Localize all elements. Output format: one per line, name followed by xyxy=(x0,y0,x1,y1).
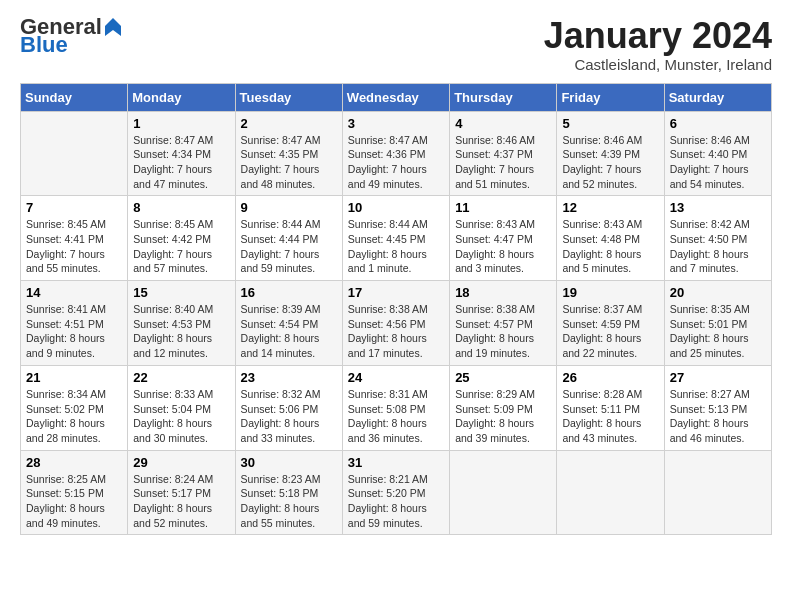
weekday-header-saturday: Saturday xyxy=(664,83,771,111)
day-number: 28 xyxy=(26,455,122,470)
day-detail: Sunrise: 8:34 AMSunset: 5:02 PMDaylight:… xyxy=(26,387,122,446)
day-number: 12 xyxy=(562,200,658,215)
day-number: 14 xyxy=(26,285,122,300)
day-number: 30 xyxy=(241,455,337,470)
logo-blue-text: Blue xyxy=(20,34,68,56)
calendar-cell: 3Sunrise: 8:47 AMSunset: 4:36 PMDaylight… xyxy=(342,111,449,196)
calendar-cell: 1Sunrise: 8:47 AMSunset: 4:34 PMDaylight… xyxy=(128,111,235,196)
day-number: 16 xyxy=(241,285,337,300)
logo-icon xyxy=(104,16,122,38)
calendar-cell: 17Sunrise: 8:38 AMSunset: 4:56 PMDayligh… xyxy=(342,281,449,366)
weekday-header-sunday: Sunday xyxy=(21,83,128,111)
day-detail: Sunrise: 8:45 AMSunset: 4:42 PMDaylight:… xyxy=(133,217,229,276)
day-detail: Sunrise: 8:46 AMSunset: 4:37 PMDaylight:… xyxy=(455,133,551,192)
weekday-header-wednesday: Wednesday xyxy=(342,83,449,111)
day-detail: Sunrise: 8:32 AMSunset: 5:06 PMDaylight:… xyxy=(241,387,337,446)
day-number: 25 xyxy=(455,370,551,385)
calendar-cell: 26Sunrise: 8:28 AMSunset: 5:11 PMDayligh… xyxy=(557,365,664,450)
day-number: 1 xyxy=(133,116,229,131)
calendar-cell: 9Sunrise: 8:44 AMSunset: 4:44 PMDaylight… xyxy=(235,196,342,281)
calendar-cell: 31Sunrise: 8:21 AMSunset: 5:20 PMDayligh… xyxy=(342,450,449,535)
title-block: January 2024 Castleisland, Munster, Irel… xyxy=(544,16,772,73)
calendar-cell xyxy=(450,450,557,535)
day-detail: Sunrise: 8:25 AMSunset: 5:15 PMDaylight:… xyxy=(26,472,122,531)
day-number: 20 xyxy=(670,285,766,300)
calendar-cell: 30Sunrise: 8:23 AMSunset: 5:18 PMDayligh… xyxy=(235,450,342,535)
calendar-cell: 29Sunrise: 8:24 AMSunset: 5:17 PMDayligh… xyxy=(128,450,235,535)
day-detail: Sunrise: 8:33 AMSunset: 5:04 PMDaylight:… xyxy=(133,387,229,446)
calendar-cell: 27Sunrise: 8:27 AMSunset: 5:13 PMDayligh… xyxy=(664,365,771,450)
day-detail: Sunrise: 8:45 AMSunset: 4:41 PMDaylight:… xyxy=(26,217,122,276)
day-number: 13 xyxy=(670,200,766,215)
calendar-cell: 25Sunrise: 8:29 AMSunset: 5:09 PMDayligh… xyxy=(450,365,557,450)
day-number: 24 xyxy=(348,370,444,385)
day-detail: Sunrise: 8:41 AMSunset: 4:51 PMDaylight:… xyxy=(26,302,122,361)
day-number: 21 xyxy=(26,370,122,385)
day-detail: Sunrise: 8:43 AMSunset: 4:47 PMDaylight:… xyxy=(455,217,551,276)
calendar-cell: 19Sunrise: 8:37 AMSunset: 4:59 PMDayligh… xyxy=(557,281,664,366)
calendar-cell xyxy=(664,450,771,535)
day-number: 6 xyxy=(670,116,766,131)
calendar-cell: 5Sunrise: 8:46 AMSunset: 4:39 PMDaylight… xyxy=(557,111,664,196)
day-number: 4 xyxy=(455,116,551,131)
calendar-cell: 23Sunrise: 8:32 AMSunset: 5:06 PMDayligh… xyxy=(235,365,342,450)
calendar-cell: 24Sunrise: 8:31 AMSunset: 5:08 PMDayligh… xyxy=(342,365,449,450)
calendar-cell: 11Sunrise: 8:43 AMSunset: 4:47 PMDayligh… xyxy=(450,196,557,281)
calendar-cell: 21Sunrise: 8:34 AMSunset: 5:02 PMDayligh… xyxy=(21,365,128,450)
day-detail: Sunrise: 8:21 AMSunset: 5:20 PMDaylight:… xyxy=(348,472,444,531)
weekday-header-tuesday: Tuesday xyxy=(235,83,342,111)
logo: General Blue xyxy=(20,16,122,56)
day-number: 7 xyxy=(26,200,122,215)
day-detail: Sunrise: 8:40 AMSunset: 4:53 PMDaylight:… xyxy=(133,302,229,361)
calendar-cell: 4Sunrise: 8:46 AMSunset: 4:37 PMDaylight… xyxy=(450,111,557,196)
day-number: 9 xyxy=(241,200,337,215)
day-detail: Sunrise: 8:23 AMSunset: 5:18 PMDaylight:… xyxy=(241,472,337,531)
calendar-cell xyxy=(557,450,664,535)
day-number: 2 xyxy=(241,116,337,131)
page-header: General Blue January 2024 Castleisland, … xyxy=(20,16,772,73)
day-detail: Sunrise: 8:39 AMSunset: 4:54 PMDaylight:… xyxy=(241,302,337,361)
day-number: 26 xyxy=(562,370,658,385)
month-title: January 2024 xyxy=(544,16,772,56)
day-number: 31 xyxy=(348,455,444,470)
day-detail: Sunrise: 8:27 AMSunset: 5:13 PMDaylight:… xyxy=(670,387,766,446)
calendar-cell: 12Sunrise: 8:43 AMSunset: 4:48 PMDayligh… xyxy=(557,196,664,281)
calendar-table: SundayMondayTuesdayWednesdayThursdayFrid… xyxy=(20,83,772,536)
day-number: 17 xyxy=(348,285,444,300)
day-number: 23 xyxy=(241,370,337,385)
day-number: 19 xyxy=(562,285,658,300)
weekday-header-monday: Monday xyxy=(128,83,235,111)
calendar-cell: 18Sunrise: 8:38 AMSunset: 4:57 PMDayligh… xyxy=(450,281,557,366)
weekday-header-thursday: Thursday xyxy=(450,83,557,111)
day-detail: Sunrise: 8:47 AMSunset: 4:36 PMDaylight:… xyxy=(348,133,444,192)
calendar-cell: 2Sunrise: 8:47 AMSunset: 4:35 PMDaylight… xyxy=(235,111,342,196)
calendar-cell: 8Sunrise: 8:45 AMSunset: 4:42 PMDaylight… xyxy=(128,196,235,281)
weekday-header-friday: Friday xyxy=(557,83,664,111)
calendar-cell: 20Sunrise: 8:35 AMSunset: 5:01 PMDayligh… xyxy=(664,281,771,366)
calendar-cell: 15Sunrise: 8:40 AMSunset: 4:53 PMDayligh… xyxy=(128,281,235,366)
calendar-cell: 16Sunrise: 8:39 AMSunset: 4:54 PMDayligh… xyxy=(235,281,342,366)
day-number: 10 xyxy=(348,200,444,215)
calendar-cell: 6Sunrise: 8:46 AMSunset: 4:40 PMDaylight… xyxy=(664,111,771,196)
calendar-cell xyxy=(21,111,128,196)
day-detail: Sunrise: 8:42 AMSunset: 4:50 PMDaylight:… xyxy=(670,217,766,276)
calendar-cell: 28Sunrise: 8:25 AMSunset: 5:15 PMDayligh… xyxy=(21,450,128,535)
day-number: 3 xyxy=(348,116,444,131)
day-detail: Sunrise: 8:37 AMSunset: 4:59 PMDaylight:… xyxy=(562,302,658,361)
day-detail: Sunrise: 8:35 AMSunset: 5:01 PMDaylight:… xyxy=(670,302,766,361)
day-number: 8 xyxy=(133,200,229,215)
day-detail: Sunrise: 8:24 AMSunset: 5:17 PMDaylight:… xyxy=(133,472,229,531)
day-detail: Sunrise: 8:31 AMSunset: 5:08 PMDaylight:… xyxy=(348,387,444,446)
day-number: 15 xyxy=(133,285,229,300)
day-number: 29 xyxy=(133,455,229,470)
day-detail: Sunrise: 8:44 AMSunset: 4:45 PMDaylight:… xyxy=(348,217,444,276)
day-detail: Sunrise: 8:29 AMSunset: 5:09 PMDaylight:… xyxy=(455,387,551,446)
day-detail: Sunrise: 8:47 AMSunset: 4:35 PMDaylight:… xyxy=(241,133,337,192)
day-detail: Sunrise: 8:43 AMSunset: 4:48 PMDaylight:… xyxy=(562,217,658,276)
day-number: 18 xyxy=(455,285,551,300)
day-detail: Sunrise: 8:47 AMSunset: 4:34 PMDaylight:… xyxy=(133,133,229,192)
day-detail: Sunrise: 8:44 AMSunset: 4:44 PMDaylight:… xyxy=(241,217,337,276)
day-detail: Sunrise: 8:46 AMSunset: 4:39 PMDaylight:… xyxy=(562,133,658,192)
day-detail: Sunrise: 8:38 AMSunset: 4:56 PMDaylight:… xyxy=(348,302,444,361)
calendar-cell: 13Sunrise: 8:42 AMSunset: 4:50 PMDayligh… xyxy=(664,196,771,281)
